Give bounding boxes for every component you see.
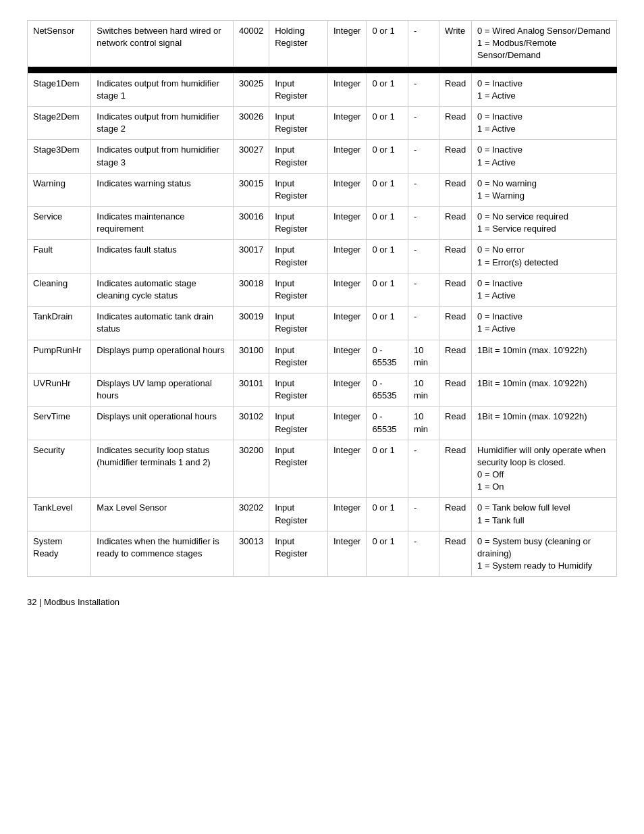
- table-row: Stage3DemIndicates output from humidifie…: [28, 140, 617, 173]
- table-row: TankDrainIndicates automatic tank drain …: [28, 307, 617, 340]
- section-divider: [28, 66, 617, 73]
- table-row: FaultIndicates fault status30017Input Re…: [28, 240, 617, 273]
- table-row: UVRunHrDisplays UV lamp operational hour…: [28, 373, 617, 406]
- page-number: 32: [27, 597, 36, 607]
- table-row: Stage2DemIndicates output from humidifie…: [28, 106, 617, 139]
- table-row: ServTimeDisplays unit operational hours3…: [28, 407, 617, 440]
- table-row: CleaningIndicates automatic stage cleani…: [28, 273, 617, 306]
- table-row: NetSensorSwitches between hard wired or …: [28, 21, 617, 67]
- footer: 32 | Modbus Installation: [27, 597, 617, 607]
- table-row: Stage1DemIndicates output from humidifie…: [28, 73, 617, 106]
- table-row: SecurityIndicates security loop status (…: [28, 440, 617, 498]
- table-row: System ReadyIndicates when the humidifie…: [28, 531, 617, 577]
- table-row: WarningIndicates warning status30015Inpu…: [28, 173, 617, 206]
- table-row: ServiceIndicates maintenance requirement…: [28, 207, 617, 240]
- table-row: TankLevelMax Level Sensor30202Input Regi…: [28, 498, 617, 531]
- table-row: PumpRunHrDisplays pump operational hours…: [28, 340, 617, 373]
- footer-label: | Modbus Installation: [39, 597, 119, 607]
